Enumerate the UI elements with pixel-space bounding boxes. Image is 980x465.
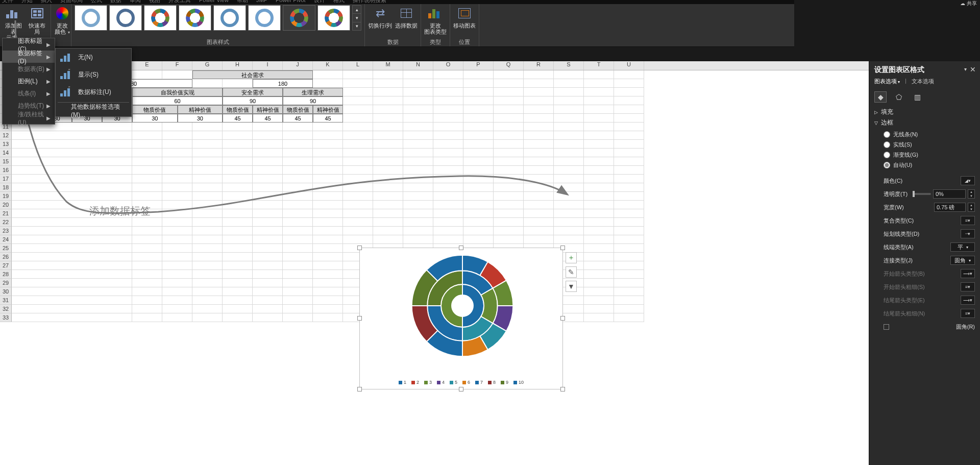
change-colors-button[interactable]: 更改颜色 ▾ <box>54 5 70 36</box>
data-cell: 自我价值实现 <box>132 88 223 96</box>
tab-设计[interactable]: 设计 <box>314 0 325 4</box>
submenu-item[interactable]: #显示(S) <box>56 66 131 83</box>
data-cell: 精神价值 <box>178 105 223 114</box>
datalabel-icon <box>59 51 74 63</box>
chart-object[interactable]: 12345678910 ＋ ✎ ▼ <box>359 248 563 379</box>
style-6[interactable] <box>248 5 281 31</box>
menu-tab-strip: 文件开始插入页面布局公式数据审阅视图开发工具Power View帮助JMPPow… <box>0 0 794 4</box>
svg-rect-5 <box>67 71 70 79</box>
data-cell: 生理需求 <box>283 88 343 96</box>
grid-select-icon <box>398 5 414 21</box>
tab-文件[interactable]: 文件 <box>2 0 13 4</box>
sunburst-chart <box>409 252 516 359</box>
menu-item[interactable]: 数据标签(D)▶ <box>3 51 55 63</box>
style-8[interactable] <box>317 5 350 31</box>
submenu-more-options[interactable]: 其他数据标签选项(M)... <box>56 104 131 116</box>
menu-item: 涨/跌柱线(U)▶ <box>3 112 55 124</box>
swap-icon: ⇄ <box>372 5 388 21</box>
tab-公式[interactable]: 公式 <box>91 0 102 4</box>
data-cell: 精神价值 <box>313 105 343 114</box>
move-chart-button[interactable]: 移动图表 <box>453 5 476 29</box>
data-cell: 90 <box>223 96 283 105</box>
data-cell: 物质价值 <box>132 105 178 114</box>
svg-rect-9 <box>67 88 70 96</box>
style-4[interactable] <box>179 5 211 31</box>
quick-layout-icon <box>29 5 45 21</box>
data-cell: 物质价值 <box>223 105 253 114</box>
move-chart-icon <box>456 5 473 21</box>
svg-rect-7 <box>60 93 63 96</box>
change-chart-type-button[interactable]: 更改图表类型 <box>424 5 447 35</box>
type-group-label: 类型 <box>424 38 447 46</box>
chart-element-menu: 图表标题(C)▶数据标签(D)▶数据表(B)▶图例(L)▶线条(I)▶趋势线(T… <box>2 38 55 125</box>
style-3[interactable] <box>144 5 177 31</box>
style-5[interactable] <box>213 5 246 31</box>
svg-rect-3 <box>60 76 63 79</box>
chart-styles-gallery[interactable]: ▴▾▾ <box>75 5 361 31</box>
data-cell: 社会需求 <box>192 70 313 79</box>
select-data-button[interactable]: 选择数据 <box>395 5 418 29</box>
position-group-label: 位置 <box>453 38 476 46</box>
svg-text:#: # <box>68 69 70 71</box>
menu-item: 线条(I)▶ <box>3 87 55 100</box>
style-2[interactable] <box>109 5 142 31</box>
annotation-label: 添加数据标签 <box>89 204 151 218</box>
tab-操作说明搜索[interactable]: 操作说明搜索 <box>353 0 386 4</box>
tab-格式[interactable]: 格式 <box>333 0 345 4</box>
datalabel-icon: # <box>59 86 74 98</box>
chart-brush-button[interactable]: ✎ <box>566 266 577 278</box>
gallery-scroll[interactable]: ▴▾▾ <box>352 5 361 31</box>
chart-swap-icon <box>427 5 444 21</box>
color-wheel-icon <box>54 5 70 21</box>
svg-rect-1 <box>64 56 66 62</box>
data-cell: 60 <box>132 96 223 105</box>
tab-Power View[interactable]: Power View <box>199 0 229 4</box>
data-cell: 30 <box>178 114 223 123</box>
menu-item: 数据表(B)▶ <box>3 63 55 75</box>
styles-group-label: 图表样式 <box>75 38 361 46</box>
data-cell: 物质价值 <box>283 105 313 114</box>
style-7[interactable] <box>283 5 315 31</box>
data-cell: 45 <box>313 114 343 123</box>
tab-数据[interactable]: 数据 <box>110 0 121 4</box>
chart-elements-icon <box>5 5 21 21</box>
switch-row-col-button[interactable]: ⇄ 切换行/列 <box>368 5 392 29</box>
data-cell: 45 <box>253 114 283 123</box>
tab-Power Pivot[interactable]: Power Pivot <box>276 0 306 4</box>
tab-插入[interactable]: 插入 <box>41 0 52 4</box>
tab-页面布局[interactable]: 页面布局 <box>60 0 83 4</box>
datalabel-icon: # <box>59 68 74 81</box>
tab-开始[interactable]: 开始 <box>21 0 33 4</box>
data-cell: 90 <box>283 96 343 105</box>
svg-rect-8 <box>64 90 66 96</box>
tab-帮助[interactable]: 帮助 <box>237 0 248 4</box>
data-cell: 30 <box>132 114 178 123</box>
svg-rect-0 <box>60 59 63 62</box>
data-group-label: 数据 <box>368 38 418 46</box>
submenu-item[interactable]: #数据标注(U) <box>56 83 131 101</box>
tab-审阅[interactable]: 审阅 <box>130 0 141 4</box>
menu-item[interactable]: 图例(L)▶ <box>3 75 55 87</box>
svg-text:#: # <box>68 86 70 88</box>
ribbon: 添加图表元素 ▾ 快速布局▾ 更改颜色 ▾ <box>0 4 794 47</box>
svg-rect-4 <box>64 73 66 79</box>
tab-开发工具[interactable]: 开发工具 <box>168 0 191 4</box>
svg-rect-2 <box>67 54 70 62</box>
data-cell: 45 <box>283 114 313 123</box>
data-labels-submenu: 无(N)#显示(S)#数据标注(U)其他数据标签选项(M)... <box>55 48 132 117</box>
style-1[interactable] <box>75 5 107 31</box>
data-cell: 精神价值 <box>253 105 283 114</box>
data-cell: 安全需求 <box>223 88 283 96</box>
tab-视图[interactable]: 视图 <box>149 0 160 4</box>
tab-JMP[interactable]: JMP <box>256 0 267 4</box>
chart-filter-button[interactable]: ▼ <box>566 281 577 292</box>
chart-plus-button[interactable]: ＋ <box>566 252 577 263</box>
submenu-item[interactable]: 无(N) <box>56 48 131 66</box>
data-cell: 180 <box>253 79 313 88</box>
data-cell: 45 <box>223 114 253 123</box>
